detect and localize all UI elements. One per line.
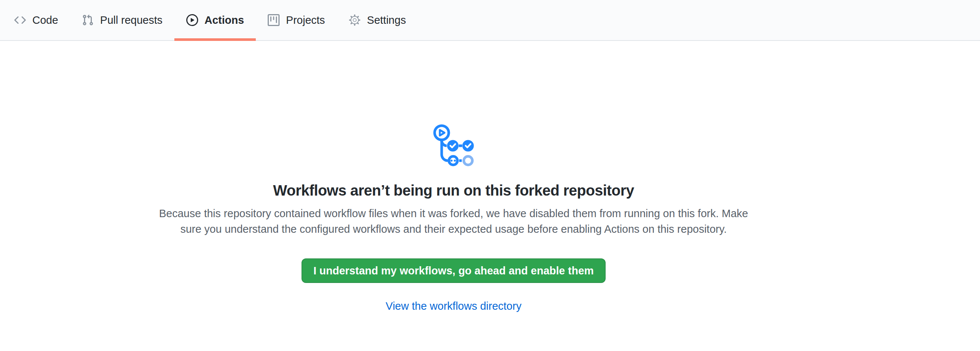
notice-title: Workflows aren’t being run on this forke… <box>156 181 751 200</box>
project-icon <box>268 14 280 26</box>
tab-actions[interactable]: Actions <box>174 0 256 40</box>
tab-label: Actions <box>204 14 244 26</box>
enable-workflows-button[interactable]: I understand my workflows, go ahead and … <box>302 259 606 283</box>
illustration-wrap <box>156 124 751 168</box>
button-row: I understand my workflows, go ahead and … <box>156 259 751 283</box>
tab-label: Projects <box>286 14 325 26</box>
tab-label: Code <box>32 14 58 26</box>
tab-settings[interactable]: Settings <box>337 0 418 40</box>
notice-description: Because this repository contained workfl… <box>156 206 751 237</box>
repo-tab-nav: Code Pull requests Actions Projects <box>0 0 980 41</box>
tab-label: Settings <box>367 14 406 26</box>
tab-code[interactable]: Code <box>2 0 70 40</box>
workflow-graph-icon <box>433 124 475 166</box>
tab-pull-requests[interactable]: Pull requests <box>70 0 174 40</box>
git-pull-request-icon <box>82 14 94 26</box>
play-icon <box>186 14 198 26</box>
tab-label: Pull requests <box>100 14 162 26</box>
tab-projects[interactable]: Projects <box>256 0 337 40</box>
gear-icon <box>349 14 361 26</box>
code-icon <box>14 14 26 26</box>
link-row: View the workflows directory <box>156 300 751 312</box>
actions-disabled-notice: Workflows aren’t being run on this forke… <box>156 124 751 312</box>
workflows-directory-link[interactable]: View the workflows directory <box>385 300 521 312</box>
